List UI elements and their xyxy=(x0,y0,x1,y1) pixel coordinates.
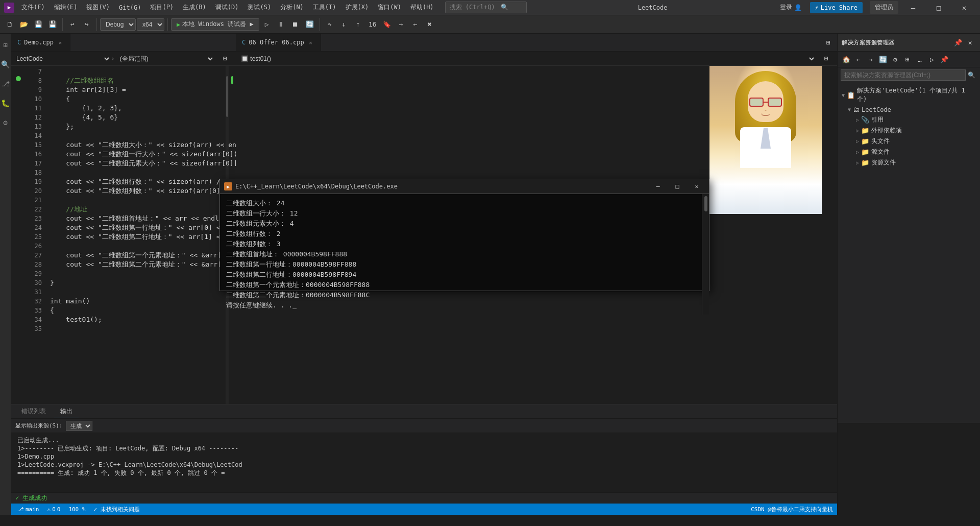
solution-explorer-title: 解决方案资源管理器 xyxy=(842,39,895,46)
menu-debug[interactable]: 调试(D) xyxy=(211,1,243,14)
menu-edit[interactable]: 编辑(E) xyxy=(50,1,82,14)
exp-refresh[interactable]: 🔄 xyxy=(877,54,889,65)
tab-close-demo[interactable]: ✕ xyxy=(57,39,64,46)
explorer-search-input[interactable] xyxy=(841,69,966,81)
search-box[interactable]: 搜索 (Ctrl+Q) 🔍 xyxy=(445,2,527,13)
tree-headers[interactable]: ▷ 📁 头文件 xyxy=(838,136,980,147)
tree-references[interactable]: ▷ 📎 引用 xyxy=(838,114,980,125)
hex-button[interactable]: 16 xyxy=(366,18,379,31)
admin-button[interactable]: 管理员 xyxy=(870,1,898,14)
restart-button[interactable]: 🔄 xyxy=(303,18,316,31)
tab-demo-cpp[interactable]: C Demo.cpp ✕ xyxy=(11,34,70,51)
platform-select[interactable]: x64 xyxy=(137,18,164,31)
panel-tab-errors[interactable]: 错误列表 xyxy=(15,405,52,418)
tab-close-offer[interactable]: ✕ xyxy=(307,39,314,46)
step-over[interactable]: ↷ xyxy=(323,18,336,31)
exp-forward[interactable]: → xyxy=(865,54,876,65)
minimize-button[interactable]: — xyxy=(901,0,925,15)
tree-resource-files[interactable]: ▷ 📁 资源文件 xyxy=(838,157,980,168)
status-zoom[interactable]: 100 % xyxy=(66,506,87,513)
exp-back[interactable]: ← xyxy=(853,54,864,65)
exp-settings[interactable]: … xyxy=(914,54,925,65)
tree-solution[interactable]: ▼ 📋 解决方案'LeetCode'(1 个项目/共 1 个) xyxy=(838,85,980,105)
bookmark-prev[interactable]: ← xyxy=(409,18,422,31)
menu-build[interactable]: 生成(B) xyxy=(179,1,210,14)
resource-arrow: ▷ xyxy=(856,160,859,165)
toolbar-undo[interactable]: ↩ xyxy=(66,18,79,31)
code-content-left[interactable]: //二维数组组名 int arr[2][3] = { {1, 2, 3}, {4… xyxy=(46,66,236,404)
console-titlebar: ▶ E:\C++_Learn\LeetCode\x64\Debug\LeetCo… xyxy=(220,179,709,194)
activity-debug[interactable]: 🐛 xyxy=(1,94,11,112)
bottom-panel: 错误列表 输出 显示输出来源(S): 生成 已启动生成...1>--------… xyxy=(11,404,837,504)
live-share-button[interactable]: ⚡ Live Share xyxy=(810,2,863,13)
split-editor-btn[interactable]: ⊟ xyxy=(218,52,232,65)
close-button[interactable]: ✕ xyxy=(952,0,976,15)
tree-project[interactable]: ▼ 🗂 LeetCode xyxy=(838,105,980,114)
bookmark-toggle[interactable]: 🔖 xyxy=(380,18,394,31)
pause-button[interactable]: ⏸ xyxy=(275,18,288,31)
menu-extensions[interactable]: 扩展(X) xyxy=(341,1,373,14)
menu-help[interactable]: 帮助(H) xyxy=(406,1,438,14)
status-issues[interactable]: ✓ 未找到相关问题 xyxy=(92,506,142,513)
split-right-btn[interactable]: ⊞ xyxy=(822,36,835,49)
stop-button[interactable]: ⏹ xyxy=(289,18,302,31)
menu-window[interactable]: 窗口(W) xyxy=(374,1,405,14)
activity-extensions[interactable]: ⚙ xyxy=(1,113,11,132)
expand-right-btn[interactable]: ⊟ xyxy=(820,52,833,65)
toolbar-new[interactable]: 🗋 xyxy=(3,18,16,31)
bookmark-next[interactable]: → xyxy=(395,18,408,31)
tree-source-files[interactable]: ▷ 📁 源文件 xyxy=(838,147,980,157)
breadcrumb-project[interactable]: LeetCode xyxy=(11,53,111,65)
menu-tools[interactable]: 工具(T) xyxy=(309,1,340,14)
output-source-select[interactable]: 生成 xyxy=(66,421,92,431)
activity-search[interactable]: 🔍 xyxy=(1,55,11,74)
menu-test[interactable]: 测试(S) xyxy=(243,1,275,14)
exp-home[interactable]: 🏠 xyxy=(841,54,852,65)
code-editor-left[interactable]: 7891011121314151617181920212223242526272… xyxy=(11,66,236,404)
tree-external-deps[interactable]: ▷ 📁 外部依赖项 xyxy=(838,125,980,136)
toolbar-save-all[interactable]: 💾 xyxy=(32,18,45,31)
toolbar-redo[interactable]: ↪ xyxy=(80,18,93,31)
explorer-search-icon[interactable]: 🔍 xyxy=(966,69,977,81)
console-close[interactable]: ✕ xyxy=(689,179,705,194)
activity-source-control[interactable]: ⎇ xyxy=(1,75,11,93)
run-button[interactable]: ▶ 本地 Windows 调试器 ▶ xyxy=(171,18,259,31)
explorer-close-btn[interactable]: ✕ xyxy=(965,37,976,48)
console-minimize[interactable]: — xyxy=(650,179,666,194)
app-logo: ▶ xyxy=(4,3,14,13)
activity-explorer[interactable]: ⊞ xyxy=(1,36,11,54)
panel-output: 已启动生成...1>-------- 已启动生成: 项目: LeetCode, … xyxy=(11,433,837,492)
menu-project[interactable]: 项目(P) xyxy=(146,1,178,14)
status-branch[interactable]: ⎇ main xyxy=(15,506,41,513)
menu-git[interactable]: Git(G) xyxy=(115,2,145,13)
menu-view[interactable]: 视图(V) xyxy=(82,1,114,14)
step-into[interactable]: ↓ xyxy=(337,18,351,31)
breadcrumb-func[interactable]: 🔲 test01() xyxy=(236,53,816,65)
toolbar: 🗋 📂 💾 💾 ↩ ↪ Debug x64 ▶ 本地 Windows 调试器 ▶… xyxy=(0,15,980,34)
branch-icon: ⎇ xyxy=(17,506,24,513)
toolbar-save[interactable]: 💾 xyxy=(46,18,59,31)
continue-button[interactable]: ▷ xyxy=(260,18,274,31)
maximize-button[interactable]: □ xyxy=(927,0,950,15)
menu-analyze[interactable]: 分析(N) xyxy=(276,1,308,14)
breadcrumb-scope[interactable]: (全局范围) xyxy=(115,53,214,65)
exp-filter[interactable]: ⚙ xyxy=(890,54,901,65)
toolbar-run-group: ▶ 本地 Windows 调试器 ▶ ▷ ⏸ ⏹ 🔄 xyxy=(171,18,320,31)
step-out[interactable]: ↑ xyxy=(352,18,365,31)
window-controls: — □ ✕ xyxy=(901,0,976,15)
debug-config-select[interactable]: Debug xyxy=(100,18,136,31)
tab-offer-cpp[interactable]: C 06 Offer 06.cpp ✕ xyxy=(236,34,321,51)
exp-pin2[interactable]: 📌 xyxy=(939,54,950,65)
explorer-pin-btn[interactable]: 📌 xyxy=(952,37,964,48)
exp-right-arrow[interactable]: ▷ xyxy=(926,54,938,65)
console-scrollbar[interactable] xyxy=(702,194,709,315)
exp-collapse[interactable]: ⊞ xyxy=(902,54,913,65)
login-button[interactable]: 登录 👤 xyxy=(775,1,807,14)
bookmark-clear[interactable]: ✖ xyxy=(423,18,436,31)
references-arrow: ▷ xyxy=(856,117,859,123)
console-maximize[interactable]: □ xyxy=(669,179,685,194)
panel-tab-output[interactable]: 输出 xyxy=(54,405,79,418)
status-errors[interactable]: ⚠ 0 0 xyxy=(45,506,63,513)
toolbar-open[interactable]: 📂 xyxy=(17,18,31,31)
menu-file[interactable]: 文件(F) xyxy=(17,1,49,14)
